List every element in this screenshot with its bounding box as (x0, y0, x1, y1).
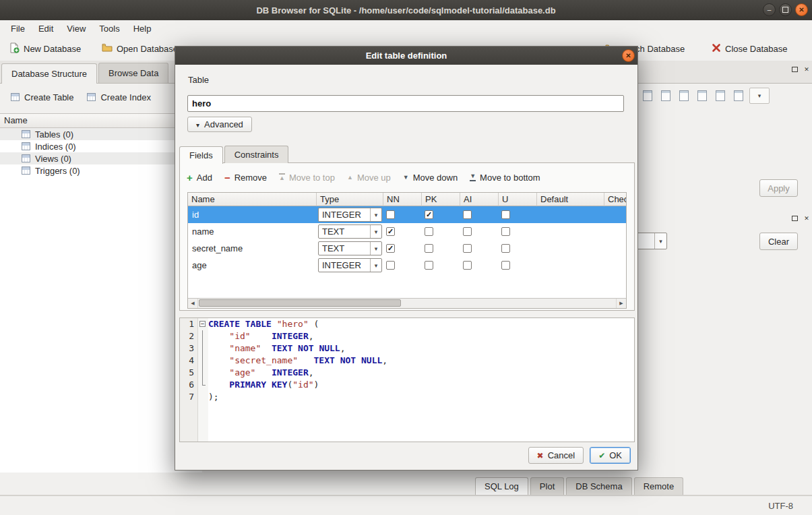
encoding-indicator[interactable]: UTF-8 (768, 501, 793, 511)
dialog-close-icon[interactable] (622, 49, 635, 62)
menu-edit[interactable]: Edit (32, 22, 60, 36)
column-header-default[interactable]: Default (537, 193, 604, 206)
mini-toolbar-icon-4[interactable] (695, 88, 710, 103)
field-default-cell[interactable] (537, 223, 604, 240)
column-header-nn[interactable]: NN (383, 193, 422, 206)
tab-constraints[interactable]: Constraints (224, 146, 289, 163)
nn-checkbox[interactable]: ✓ (386, 244, 395, 253)
tree-column-header[interactable]: Name (0, 114, 202, 128)
button-create-table[interactable]: Create Table (11, 92, 73, 102)
close-icon[interactable] (795, 3, 808, 16)
pk-checkbox[interactable] (425, 244, 433, 253)
type-combobox[interactable]: TEXT▾ (318, 241, 382, 255)
dialog-titlebar[interactable]: Edit table definition (175, 47, 637, 65)
tree-item-tables[interactable]: Tables (0) (0, 128, 202, 140)
float-dock-icon[interactable] (790, 65, 799, 73)
tab-db-schema[interactable]: DB Schema (566, 477, 631, 495)
menu-help[interactable]: Help (127, 22, 158, 36)
ai-checkbox[interactable] (463, 210, 472, 219)
clear-button[interactable]: Clear (759, 233, 798, 250)
button-create-index[interactable]: Create Index (87, 92, 150, 102)
column-header-name[interactable]: Name (188, 193, 317, 206)
horizontal-scrollbar[interactable] (188, 298, 626, 308)
pk-checkbox[interactable] (425, 227, 433, 236)
column-header-u[interactable]: U (499, 193, 537, 206)
nn-checkbox[interactable] (386, 210, 395, 219)
ai-checkbox[interactable] (463, 244, 472, 253)
tab-remote[interactable]: Remote (634, 477, 684, 495)
close-dock-icon[interactable] (802, 65, 811, 73)
ai-checkbox[interactable] (463, 261, 472, 270)
sql-preview[interactable]: 1−CREATE TABLE "hero" (2 "id" INTEGER,3 … (179, 317, 635, 442)
collapse-icon[interactable]: − (199, 321, 206, 327)
button-move-to-bottom[interactable]: ▼Move to bottom (470, 173, 540, 183)
field-check-cell[interactable] (604, 240, 627, 257)
mini-toolbar-icon-2[interactable] (658, 88, 673, 103)
u-checkbox[interactable] (501, 210, 510, 219)
field-default-cell[interactable] (537, 257, 604, 274)
mini-toolbar-icon-6[interactable] (731, 88, 746, 103)
tab-plot[interactable]: Plot (530, 477, 564, 495)
field-row[interactable]: ageINTEGER▾ (188, 257, 626, 274)
type-combobox[interactable]: INTEGER▾ (318, 258, 382, 272)
nn-checkbox[interactable] (386, 261, 395, 270)
mini-toolbar-icon-3[interactable] (677, 88, 691, 103)
button-remove[interactable]: −Remove (224, 173, 267, 183)
mini-toolbar-icon-1[interactable] (640, 88, 655, 103)
tab-sql-log[interactable]: SQL Log (475, 477, 528, 495)
ai-checkbox[interactable] (463, 227, 472, 236)
tree-item-triggers[interactable]: Triggers (0) (0, 164, 202, 177)
button-add[interactable]: +Add (187, 173, 212, 183)
scroll-right-icon[interactable] (616, 299, 626, 308)
field-name-cell[interactable]: age (188, 257, 317, 274)
field-row[interactable]: nameTEXT▾✓ (188, 223, 626, 240)
button-move-down[interactable]: ▼Move down (403, 173, 458, 183)
new-database-button[interactable]: New Database (5, 40, 84, 57)
close-database-button[interactable]: Close Database (708, 40, 791, 57)
field-row[interactable]: idINTEGER▾✓ (188, 206, 626, 223)
close-dock-icon[interactable] (802, 214, 811, 222)
minimize-icon[interactable] (763, 3, 776, 16)
nn-checkbox[interactable]: ✓ (386, 227, 395, 236)
mini-toolbar-dropdown[interactable] (749, 88, 770, 104)
field-name-cell[interactable]: name (188, 223, 317, 240)
u-checkbox[interactable] (501, 227, 510, 236)
maximize-icon[interactable] (779, 3, 792, 16)
type-combobox[interactable]: INTEGER▾ (318, 208, 382, 222)
pk-checkbox[interactable] (425, 261, 433, 270)
ok-button[interactable]: OK (590, 447, 631, 464)
open-database-button[interactable]: Open Database (98, 40, 181, 57)
field-default-cell[interactable] (537, 206, 604, 223)
apply-button[interactable]: Apply (759, 179, 798, 197)
field-check-cell[interactable] (604, 257, 627, 274)
mini-toolbar-icon-5[interactable] (713, 88, 728, 103)
tree-item-views[interactable]: Views (0) (0, 152, 202, 164)
menu-tools[interactable]: Tools (92, 22, 126, 36)
field-name-cell[interactable]: id (188, 206, 317, 223)
pk-checkbox[interactable]: ✓ (425, 210, 433, 219)
field-check-cell[interactable] (604, 206, 627, 223)
type-combobox[interactable]: TEXT▾ (318, 224, 382, 239)
field-default-cell[interactable] (537, 240, 604, 257)
tab-database-structure[interactable]: Database Structure (1, 63, 97, 84)
cancel-button[interactable]: Cancel (528, 447, 584, 464)
u-checkbox[interactable] (501, 261, 510, 270)
tab-fields[interactable]: Fields (179, 146, 223, 164)
scrollbar-thumb[interactable] (199, 299, 401, 307)
field-check-cell[interactable] (604, 223, 627, 240)
u-checkbox[interactable] (501, 244, 510, 253)
advanced-toggle[interactable]: Advanced (187, 117, 252, 132)
field-name-cell[interactable]: secret_name (188, 240, 317, 257)
titlebar[interactable]: DB Browser for SQLite - /home/user/code/… (0, 0, 812, 20)
field-row[interactable]: secret_nameTEXT▾✓ (188, 240, 626, 257)
menu-file[interactable]: File (4, 22, 32, 36)
column-header-ai[interactable]: AI (460, 193, 499, 206)
column-header-pk[interactable]: PK (422, 193, 460, 206)
table-name-input[interactable] (187, 95, 624, 112)
tab-browse-data[interactable]: Browse Data (98, 63, 168, 83)
float-dock-icon[interactable] (790, 214, 799, 222)
tree-item-indices[interactable]: Indices (0) (0, 140, 202, 152)
column-header-check[interactable]: Check (604, 193, 627, 206)
scroll-left-icon[interactable] (188, 299, 198, 308)
menu-view[interactable]: View (60, 22, 92, 36)
